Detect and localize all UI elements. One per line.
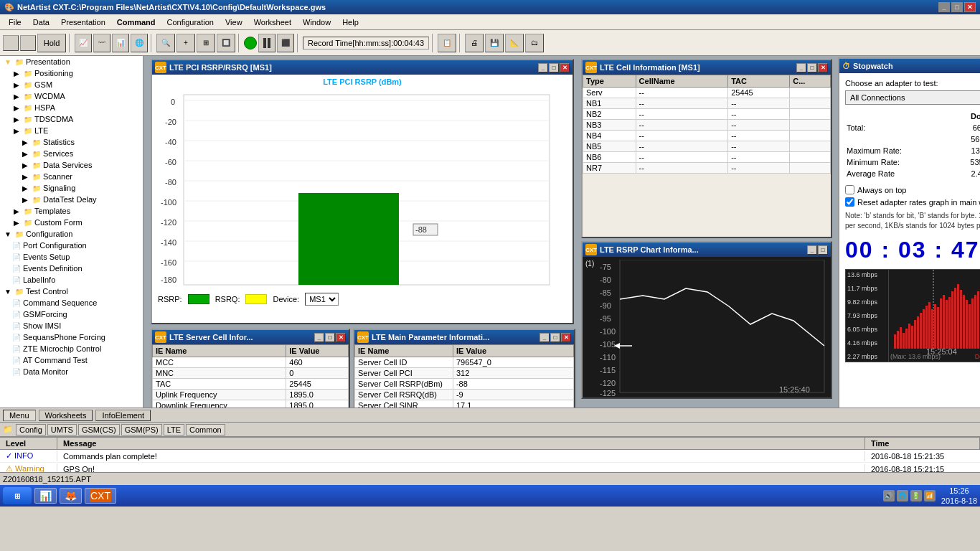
- toolbar-btn-14[interactable]: 📐: [505, 34, 524, 52]
- maximize-btn[interactable]: □: [951, 2, 963, 12]
- lte-cell-title-bar[interactable]: CXT LTE Cell Information [MS1] _ □ ✕: [583, 60, 831, 75]
- tree-datatest[interactable]: ▶ 📁 DataTest Delay: [0, 194, 143, 205]
- tree-command-seq[interactable]: 📄 Command Sequence: [0, 297, 143, 309]
- menu-data[interactable]: Data: [27, 17, 55, 28]
- tree-lte[interactable]: ▶ 📁 LTE: [0, 125, 143, 136]
- toolbar-btn-12[interactable]: 🖨: [465, 34, 484, 52]
- lte-server-minimize[interactable]: _: [314, 333, 324, 342]
- stopwatch-title-bar[interactable]: ⏱ Stopwatch _ □ ✕: [839, 59, 980, 73]
- path-config[interactable]: Config: [16, 424, 46, 435]
- menu-file[interactable]: File: [3, 17, 27, 28]
- toolbar-btn-6[interactable]: 🌐: [131, 34, 148, 52]
- toolbar-btn-4[interactable]: 〰: [93, 34, 110, 52]
- tree-at-cmd[interactable]: 📄 AT Command Test: [0, 354, 143, 366]
- pause-btn[interactable]: [258, 34, 275, 52]
- taskbar-app-2[interactable]: 🦊: [60, 488, 82, 504]
- taskbar-app-1[interactable]: 📊: [34, 488, 57, 504]
- lte-main-title-bar[interactable]: CXT LTE Main Parameter Informati... _ □ …: [354, 330, 574, 344]
- lte-pci-maximize[interactable]: □: [549, 63, 559, 72]
- adapter-select[interactable]: All Connections: [845, 90, 980, 105]
- stop-btn[interactable]: ⬛: [277, 34, 294, 52]
- taskbar-app-3[interactable]: CXT: [85, 488, 116, 504]
- tree-custom-form[interactable]: ▶ 📁 Custom Form: [0, 217, 143, 228]
- path-common[interactable]: Common: [186, 424, 225, 435]
- lte-rsrp-minimize[interactable]: _: [807, 245, 817, 255]
- start-button[interactable]: ⊞: [3, 487, 32, 504]
- record-btn[interactable]: [244, 37, 257, 50]
- path-lte[interactable]: LTE: [164, 424, 184, 435]
- tree-label-info[interactable]: 📄 LabelInfo: [0, 274, 143, 286]
- menu-help[interactable]: Help: [336, 17, 364, 28]
- tree-zte[interactable]: 📄 ZTE Microchip Control: [0, 343, 143, 354]
- tree-services[interactable]: ▶ 📁 Services: [0, 148, 143, 159]
- tree-events-def[interactable]: 📄 Events Definition: [0, 263, 143, 274]
- lte-cell-maximize[interactable]: □: [807, 63, 817, 72]
- tree-show-imsi[interactable]: 📄 Show IMSI: [0, 320, 143, 331]
- toolbar-btn-8[interactable]: +: [176, 34, 195, 52]
- menu-window[interactable]: Window: [297, 17, 336, 28]
- device-select[interactable]: MS1: [305, 293, 339, 306]
- tree-positioning[interactable]: ▶ 📁 Positioning: [0, 67, 143, 79]
- tree-signaling[interactable]: ▶ 📁 Signaling: [0, 182, 143, 194]
- toolbar-chart-btn[interactable]: 📈: [75, 34, 92, 52]
- lte-server-maximize[interactable]: □: [325, 333, 335, 342]
- lte-main-maximize[interactable]: □: [550, 333, 560, 342]
- menu-worksheet[interactable]: Worksheet: [248, 17, 297, 28]
- lte-cell-minimize[interactable]: _: [796, 63, 806, 72]
- toolbar-btn-15[interactable]: 🗂: [525, 34, 544, 52]
- tree-sequans[interactable]: 📄 SequansPhone Forcing: [0, 331, 143, 343]
- tree-wcdma[interactable]: ▶ 📁 WCDMA: [0, 90, 143, 102]
- tree-presentation[interactable]: ▼ 📁 Presentation: [0, 56, 143, 67]
- tree-data-services[interactable]: ▶ 📁 Data Services: [0, 159, 143, 171]
- toolbar-btn-11[interactable]: 📋: [438, 34, 456, 52]
- lte-pci-minimize[interactable]: _: [538, 63, 548, 72]
- hold-btn[interactable]: Hold: [37, 34, 66, 52]
- toolbar-btn-5[interactable]: 📊: [112, 34, 129, 52]
- toolbar-btn-1[interactable]: [3, 35, 19, 51]
- tree-templates[interactable]: ▶ 📁 Templates: [0, 205, 143, 217]
- lte-main-minimize[interactable]: _: [540, 333, 550, 342]
- minimize-btn[interactable]: _: [938, 2, 950, 12]
- lte-cell-close[interactable]: ✕: [818, 63, 828, 72]
- lte-pci-title-bar[interactable]: CXT LTE PCI RSRP/RSRQ [MS1] _ □ ✕: [152, 60, 573, 75]
- tree-data-monitor[interactable]: 📄 Data Monitor: [0, 366, 143, 377]
- tree-hspa[interactable]: ▶ 📁 HSPA: [0, 102, 143, 113]
- path-umts[interactable]: UMTS: [47, 424, 77, 435]
- lte-rsrp-maximize[interactable]: □: [818, 245, 828, 255]
- menu-tab[interactable]: Menu: [3, 410, 36, 421]
- worksheets-tab[interactable]: Worksheets: [39, 410, 93, 421]
- tree-tdscdma[interactable]: ▶ 📁 TDSCDMA: [0, 113, 143, 125]
- toolbar-btn-13[interactable]: 💾: [485, 34, 504, 52]
- reset-checkbox[interactable]: [845, 197, 854, 207]
- menu-configuration[interactable]: Configuration: [161, 17, 220, 28]
- svg-text:-40: -40: [165, 138, 176, 146]
- infoelement-tab[interactable]: InfoElement: [95, 410, 151, 421]
- path-gsmcs[interactable]: GSM(CS): [78, 424, 120, 435]
- tree-test-control[interactable]: ▼ 📁 Test Control: [0, 286, 143, 297]
- lte-pci-close[interactable]: ✕: [560, 63, 570, 72]
- lte-server-title-bar[interactable]: CXT LTE Server Cell Infor... _ □ ✕: [152, 330, 349, 344]
- ie-name: Server Cell SINR: [355, 400, 453, 408]
- lte-main-close[interactable]: ✕: [561, 333, 571, 342]
- menu-command[interactable]: Command: [111, 17, 161, 28]
- tree-port-config[interactable]: 📄 Port Configuration: [0, 240, 143, 251]
- tree-events-setup[interactable]: 📄 Events Setup: [0, 251, 143, 263]
- tree-scanner[interactable]: ▶ 📁 Scanner: [0, 171, 143, 182]
- toolbar-btn-2[interactable]: [20, 35, 36, 51]
- always-on-top-checkbox[interactable]: [845, 185, 854, 194]
- menu-view[interactable]: View: [220, 17, 248, 28]
- tree-gsm[interactable]: ▶ 📁 GSM: [0, 79, 143, 90]
- path-gsmps[interactable]: GSM(PS): [121, 424, 162, 435]
- tree-gsmforcing[interactable]: 📄 GSMForcing: [0, 309, 143, 320]
- tree-statistics[interactable]: ▶ 📁 Statistics: [0, 136, 143, 148]
- close-btn[interactable]: ✕: [964, 2, 976, 12]
- toolbar-btn-7[interactable]: 🔍: [156, 34, 175, 52]
- toolbar-btn-10[interactable]: 🔲: [217, 34, 235, 52]
- table-row: Server Cell SINR 17.1: [355, 400, 574, 408]
- menu-presentation[interactable]: Presentation: [55, 17, 111, 28]
- tree-configuration[interactable]: ▼ 📁 Configuration: [0, 228, 143, 240]
- toolbar-btn-9[interactable]: ⊞: [197, 34, 215, 52]
- rsrq-label: RSRQ:: [215, 295, 240, 303]
- lte-server-close[interactable]: ✕: [336, 333, 346, 342]
- lte-rsrp-title-bar[interactable]: CXT LTE RSRP Chart Informa... _ □: [583, 242, 831, 257]
